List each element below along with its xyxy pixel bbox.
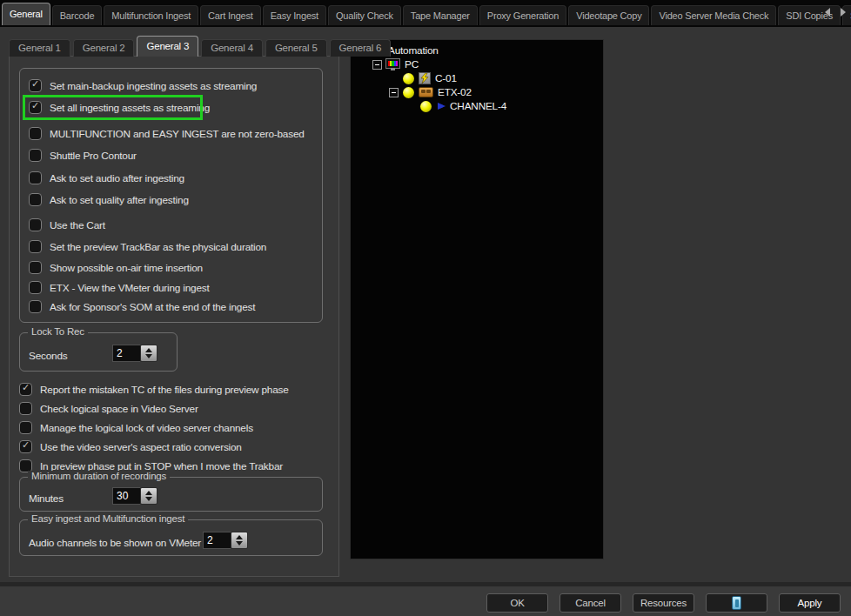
tab-general-3[interactable]: General 3 xyxy=(137,36,198,57)
tab-general-6[interactable]: General 6 xyxy=(330,39,392,57)
spinner-button[interactable] xyxy=(231,532,248,549)
spinner-button[interactable] xyxy=(140,345,157,362)
checkbox-label: Report the mistaken TC of the files duri… xyxy=(40,384,289,396)
checkbox-row[interactable]: Use the Cart xyxy=(29,218,105,232)
checkbox-row[interactable]: Ask to set quality after ingesting xyxy=(29,192,189,207)
right-arrow-icon[interactable] xyxy=(841,8,846,17)
checkbox-label: Ask to set audio after ingesting xyxy=(50,172,184,184)
checkbox[interactable] xyxy=(29,79,42,92)
tab-scroll-controls xyxy=(825,8,846,17)
checkbox-label: MULTIFUNCTION and EASY INGEST are not ze… xyxy=(50,128,305,140)
group-title: Easy ingest and Multifunction ingest xyxy=(28,513,188,524)
checkbox[interactable] xyxy=(29,127,42,140)
lightning-icon xyxy=(419,72,431,84)
checkbox-label: Ask to set quality after ingesting xyxy=(50,194,189,206)
easy-ingest-group: Easy ingest and Multifunction ingest Aud… xyxy=(19,519,323,556)
yellow-ball-icon xyxy=(420,101,432,112)
checkbox-label: Set the preview TrackBar as the physical… xyxy=(50,241,266,253)
checkbox-label: Show possible on-air time insertion xyxy=(50,262,203,274)
checkbox[interactable] xyxy=(29,149,42,162)
audio-channels-input[interactable] xyxy=(203,532,231,549)
tab-barcode[interactable]: Barcode xyxy=(52,5,103,25)
checkbox[interactable] xyxy=(29,240,42,253)
tab-video-server-media-check[interactable]: Video Server Media Check xyxy=(651,5,776,25)
checkbox-row[interactable]: Show possible on-air time insertion xyxy=(29,260,203,275)
tab-cart-ingest[interactable]: Cart Ingest xyxy=(200,5,261,25)
checkbox[interactable] xyxy=(29,218,42,231)
spinner-down-icon[interactable] xyxy=(145,354,152,358)
checkbox[interactable] xyxy=(19,402,32,415)
seconds-input[interactable] xyxy=(112,345,140,362)
spinner-down-icon[interactable] xyxy=(236,541,243,546)
cancel-button[interactable]: Cancel xyxy=(560,593,621,613)
spinner-up-icon[interactable] xyxy=(145,348,152,352)
checkbox[interactable] xyxy=(29,261,42,274)
tab-general[interactable]: General xyxy=(2,3,50,25)
collapse-icon[interactable] xyxy=(372,60,382,70)
main-tab-bar: General Barcode Multifunction Ingest Car… xyxy=(0,0,851,27)
checkbox-label: Ask for Sponsor's SOM at the end of the … xyxy=(50,301,255,313)
footer-icon-button[interactable] xyxy=(706,593,767,613)
tree-node-channel-4[interactable]: CHANNEL-4 xyxy=(351,99,603,113)
checkbox-row[interactable]: Ask for Sponsor's SOM at the end of the … xyxy=(29,299,255,314)
checkbox-row[interactable]: Report the mistaken TC of the files duri… xyxy=(19,382,332,397)
checkbox-row[interactable]: Ask to set audio after ingesting xyxy=(29,171,184,185)
yellow-ball-icon xyxy=(403,73,414,84)
minutes-input[interactable] xyxy=(112,487,140,505)
checkbox[interactable] xyxy=(19,421,32,434)
tree-node-pc[interactable]: PC xyxy=(351,57,603,71)
tab-general-4[interactable]: General 4 xyxy=(201,39,263,57)
tab-general-2[interactable]: General 2 xyxy=(73,39,135,57)
footer-bar: OK Cancel Resources Apply xyxy=(0,586,851,616)
spinner-up-icon[interactable] xyxy=(145,491,152,495)
seconds-stepper xyxy=(112,345,157,362)
checkbox[interactable] xyxy=(19,440,32,453)
tree-node-label: PC xyxy=(405,58,419,70)
tab-videotape-copy[interactable]: Videotape Copy xyxy=(568,5,649,25)
checkbox-row[interactable]: Set main-backup ingesting assets as stre… xyxy=(29,78,257,93)
left-arrow-icon[interactable] xyxy=(825,8,830,17)
checkbox-row[interactable]: Use the video server's aspect ratio conv… xyxy=(19,439,332,454)
tree-node-c-01[interactable]: C-01 xyxy=(351,71,603,85)
audio-channels-label: Audio channels to be shown on VMeter xyxy=(29,537,201,549)
spinner-button[interactable] xyxy=(140,487,157,505)
checkbox[interactable] xyxy=(29,101,42,114)
checkbox-row[interactable]: Set the preview TrackBar as the physical… xyxy=(29,239,266,254)
tree-node-label: CHANNEL-4 xyxy=(450,100,506,112)
checkbox-label: Check logical space in Video Server xyxy=(40,403,198,415)
checkbox[interactable] xyxy=(29,281,42,294)
monitor-color-bars-icon xyxy=(386,59,400,70)
tab-quality-check[interactable]: Quality Check xyxy=(328,5,401,25)
checkbox-row[interactable]: Check logical space in Video Server xyxy=(19,401,332,416)
server-options-list: Report the mistaken TC of the files duri… xyxy=(19,382,332,478)
tab-proxy-generation[interactable]: Proxy Generation xyxy=(479,5,566,25)
tree-node-label: Automation xyxy=(388,44,439,57)
tab-tape-manager[interactable]: Tape Manager xyxy=(403,5,478,25)
tab-multifunction-ingest[interactable]: Multifunction Ingest xyxy=(104,5,198,25)
checkbox-row[interactable]: ETX - View the VMeter during ingest xyxy=(29,280,210,295)
apply-button[interactable]: Apply xyxy=(779,593,841,613)
checkbox-row[interactable]: MULTIFUNCTION and EASY INGEST are not ze… xyxy=(29,126,305,141)
seconds-label: Seconds xyxy=(29,350,68,362)
ok-button[interactable]: OK xyxy=(486,593,548,613)
checkbox-row[interactable]: Shuttle Pro Contour xyxy=(29,148,137,163)
spinner-up-icon[interactable] xyxy=(236,535,243,539)
spinner-down-icon[interactable] xyxy=(145,497,152,501)
checkbox-row[interactable]: Manage the logical lock of video server … xyxy=(19,420,332,435)
resources-button[interactable]: Resources xyxy=(633,593,694,613)
checkbox[interactable] xyxy=(19,383,32,396)
recorder-icon xyxy=(419,87,433,97)
tree-node-etx-02[interactable]: ETX-02 xyxy=(351,85,603,99)
checkbox[interactable] xyxy=(29,300,42,313)
collapse-icon[interactable] xyxy=(389,88,399,97)
checkbox-row[interactable]: Set all ingesting assets as streaming xyxy=(29,100,210,115)
tab-easy-ingest[interactable]: Easy Ingest xyxy=(263,5,326,25)
tab-general-1[interactable]: General 1 xyxy=(9,39,70,57)
tab-general-5[interactable]: General 5 xyxy=(265,39,327,57)
checkbox-label: Shuttle Pro Contour xyxy=(50,150,137,162)
minimum-duration-group: Minimum duration of recordings Minutes xyxy=(19,477,323,512)
checkbox[interactable] xyxy=(29,193,42,206)
general-sub-tab-bar: General 1 General 2 General 3 General 4 … xyxy=(9,36,393,57)
checkbox[interactable] xyxy=(29,171,42,184)
cyan-door-icon xyxy=(732,596,741,610)
